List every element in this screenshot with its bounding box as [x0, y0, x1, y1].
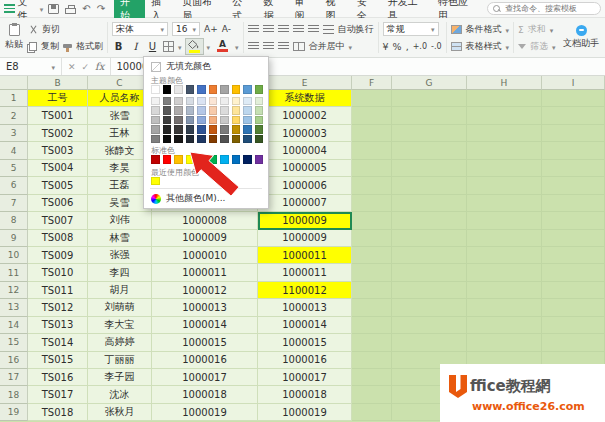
cell[interactable] — [542, 107, 605, 124]
color-swatch[interactable] — [163, 106, 172, 115]
color-swatch[interactable] — [220, 97, 229, 106]
menu-tab[interactable]: 特色应用 — [432, 0, 482, 18]
cell[interactable] — [352, 160, 392, 177]
color-swatch[interactable] — [151, 135, 160, 144]
cell[interactable]: 1000015 — [258, 334, 352, 351]
row-header[interactable]: 8 — [0, 212, 28, 229]
color-swatch[interactable] — [255, 155, 264, 164]
conditional-format-label[interactable]: 条件格式 — [466, 23, 502, 36]
grow-font-button[interactable]: A+ — [204, 24, 218, 34]
color-swatch[interactable] — [151, 97, 160, 106]
filter-label[interactable]: 筛选 — [530, 40, 548, 53]
cell[interactable]: TS018 — [28, 404, 88, 421]
cell[interactable] — [352, 404, 392, 421]
cell[interactable] — [467, 230, 542, 247]
cell[interactable] — [352, 247, 392, 264]
cell[interactable]: TS015 — [28, 352, 88, 369]
row-header[interactable]: 5 — [0, 160, 28, 177]
cell[interactable]: 1000004 — [258, 142, 352, 159]
cell[interactable]: 1000009 — [152, 230, 258, 247]
cell[interactable]: 李四 — [88, 264, 152, 281]
cell[interactable] — [467, 125, 542, 142]
cell[interactable]: TS014 — [28, 334, 88, 351]
color-swatch[interactable] — [220, 85, 229, 94]
row-header[interactable]: 12 — [0, 282, 28, 299]
color-swatch[interactable] — [197, 125, 206, 134]
cell[interactable]: TS008 — [28, 230, 88, 247]
menu-tab[interactable]: 页面布局 — [176, 0, 226, 18]
color-swatch[interactable] — [151, 125, 160, 134]
cell[interactable]: 1000014 — [258, 317, 352, 334]
cell[interactable]: TS011 — [28, 282, 88, 299]
cell[interactable] — [467, 160, 542, 177]
cell[interactable] — [352, 299, 392, 316]
color-swatch[interactable] — [197, 85, 206, 94]
color-swatch[interactable] — [255, 135, 264, 144]
cell[interactable]: 1000012 — [152, 282, 258, 299]
row-header[interactable]: 18 — [0, 386, 28, 403]
cell[interactable]: TS016 — [28, 369, 88, 386]
color-swatch[interactable] — [209, 106, 218, 115]
cell[interactable] — [352, 177, 392, 194]
color-swatch[interactable] — [197, 97, 206, 106]
underline-button[interactable]: U — [146, 39, 159, 53]
cell[interactable] — [467, 299, 542, 316]
cell[interactable]: TS005 — [28, 177, 88, 194]
cell[interactable]: 1000007 — [258, 195, 352, 212]
sum-label[interactable]: 求和 — [528, 23, 546, 36]
align-top-icon[interactable] — [248, 25, 259, 34]
color-swatch[interactable] — [174, 85, 183, 94]
color-swatch[interactable] — [243, 125, 252, 134]
cell[interactable] — [467, 142, 542, 159]
cut-label[interactable]: 剪切 — [42, 23, 60, 36]
cell[interactable]: 1000002 — [258, 107, 352, 124]
cell[interactable]: TS017 — [28, 386, 88, 403]
print-icon[interactable] — [65, 8, 76, 14]
cell[interactable]: 1000003 — [258, 125, 352, 142]
cell[interactable] — [352, 369, 392, 386]
cell[interactable]: 1000013 — [152, 299, 258, 316]
cell[interactable]: 1100012 — [258, 282, 352, 299]
color-swatch[interactable] — [232, 125, 241, 134]
cell[interactable]: 1000011 — [152, 264, 258, 281]
font-color-button[interactable]: A — [214, 39, 231, 54]
column-header[interactable]: B — [28, 76, 88, 90]
cell[interactable]: TS012 — [28, 299, 88, 316]
cell[interactable] — [542, 317, 605, 334]
row-header[interactable]: 3 — [0, 125, 28, 142]
search-input[interactable] — [505, 4, 595, 13]
color-swatch[interactable] — [186, 97, 195, 106]
cell[interactable] — [542, 90, 605, 107]
merge-center-label[interactable]: 合并居中 — [309, 40, 345, 53]
color-swatch[interactable] — [220, 116, 229, 125]
wrap-text-label[interactable]: 自动换行 — [338, 23, 374, 36]
increase-indent-icon[interactable] — [308, 25, 319, 34]
menu-tab[interactable]: 插入 — [145, 0, 176, 18]
menu-tab[interactable]: 公式 — [226, 0, 257, 18]
color-swatch[interactable] — [197, 106, 206, 115]
row-header[interactable]: 14 — [0, 317, 28, 334]
cell[interactable] — [542, 299, 605, 316]
color-swatch[interactable] — [186, 85, 195, 94]
menu-tab[interactable]: 审阅 — [288, 0, 319, 18]
row-header[interactable]: 15 — [0, 334, 28, 351]
bold-button[interactable]: B — [112, 39, 125, 53]
cell[interactable] — [392, 247, 467, 264]
row-header[interactable]: 17 — [0, 369, 28, 386]
align-center-icon[interactable] — [263, 42, 274, 51]
cell[interactable]: 1000018 — [152, 386, 258, 403]
color-swatch[interactable] — [151, 106, 160, 115]
wrap-text-icon[interactable] — [323, 25, 334, 34]
cell[interactable]: 1000017 — [152, 369, 258, 386]
color-swatch[interactable] — [163, 155, 172, 164]
command-search-box[interactable] — [487, 2, 601, 15]
column-header[interactable]: G — [392, 76, 467, 90]
cell[interactable] — [352, 334, 392, 351]
cell[interactable] — [392, 282, 467, 299]
cell[interactable] — [467, 212, 542, 229]
cell[interactable] — [542, 177, 605, 194]
cell[interactable] — [392, 212, 467, 229]
cell[interactable]: 1000011 — [258, 264, 352, 281]
save-icon[interactable] — [48, 4, 59, 14]
color-swatch[interactable] — [232, 97, 241, 106]
